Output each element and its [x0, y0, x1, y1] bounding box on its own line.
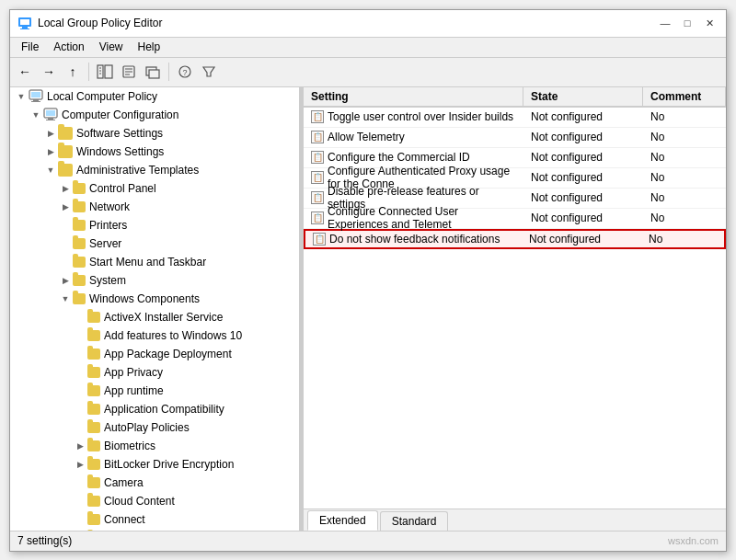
tree-item-camera[interactable]: ▶ Camera	[10, 474, 299, 492]
svg-rect-21	[31, 101, 40, 102]
column-header-setting[interactable]: Setting	[304, 87, 523, 106]
tab-standard[interactable]: Standard	[380, 511, 449, 531]
maximize-button[interactable]: □	[678, 14, 696, 32]
expand-icon-root[interactable]: ▼	[14, 89, 29, 104]
help-button[interactable]: ?	[174, 61, 196, 83]
tree-item-app-privacy[interactable]: ▶ App Privacy	[10, 363, 299, 382]
menu-action[interactable]: Action	[46, 39, 91, 55]
folder-icon-windows-components	[73, 293, 86, 304]
tree-label-system: System	[89, 274, 126, 287]
tree-item-root[interactable]: ▼ Local Computer Policy	[10, 87, 299, 106]
menu-file[interactable]: File	[14, 39, 46, 55]
tree-label-add-features: Add features to Windows 10	[104, 329, 242, 342]
list-row[interactable]: 📋 Toggle user control over Insider build…	[304, 108, 726, 128]
forward-button[interactable]: →	[38, 61, 60, 83]
state-cell-6: Not configured	[523, 210, 643, 226]
back-button[interactable]: ←	[14, 61, 36, 83]
filter-button[interactable]	[198, 61, 220, 83]
tree-label-app-compat: Application Compatibility	[104, 403, 224, 416]
expand-icon-software-settings[interactable]: ▶	[43, 126, 58, 141]
main-window: Local Group Policy Editor — □ ✕ File Act…	[9, 9, 727, 552]
svg-rect-25	[46, 120, 55, 120]
menu-bar: File Action View Help	[10, 38, 726, 58]
expand-icon-biometrics[interactable]: ▶	[73, 439, 87, 453]
tree-item-control-panel[interactable]: ▶ Control Panel	[10, 179, 299, 198]
folder-icon-server	[73, 238, 86, 249]
folder-icon-windows-settings	[58, 145, 73, 158]
tree-item-app-compat[interactable]: ▶ Application Compatibility	[10, 400, 299, 418]
comment-cell-5: No	[643, 189, 726, 206]
menu-view[interactable]: View	[92, 39, 131, 55]
expand-icon-control-panel[interactable]: ▶	[58, 181, 73, 196]
menu-help[interactable]: Help	[131, 39, 168, 55]
state-cell-1: Not configured	[523, 109, 643, 125]
tree-label-computer-config: Computer Configuration	[62, 109, 178, 121]
expand-icon-computer-config[interactable]: ▼	[29, 108, 43, 122]
list-row-highlighted[interactable]: 📋 Do not show feedback notifications Not…	[304, 229, 726, 249]
column-header-comment[interactable]: Comment	[643, 87, 726, 106]
state-cell-7: Not configured	[522, 231, 641, 247]
tree-item-system[interactable]: ▶ System	[10, 271, 299, 290]
tab-extended[interactable]: Extended	[307, 510, 378, 531]
tree-item-network[interactable]: ▶ Network	[10, 198, 299, 216]
svg-text:?: ?	[182, 68, 187, 77]
folder-icon-add-features	[87, 330, 100, 341]
folder-icon-cloud-content	[87, 496, 100, 507]
expand-icon-admin-templates[interactable]: ▼	[43, 163, 58, 177]
tree-item-windows-settings[interactable]: ▶ Windows Settings	[10, 143, 299, 161]
setting-label-1: Toggle user control over Insider builds	[328, 110, 513, 123]
tree-item-software-settings[interactable]: ▶ Software Settings	[10, 124, 299, 143]
setting-cell-7: 📋 Do not show feedback notifications	[305, 231, 522, 247]
tree-item-add-features[interactable]: ▶ Add features to Windows 10	[10, 326, 299, 345]
tree-item-app-package[interactable]: ▶ App Package Deployment	[10, 345, 299, 363]
svg-marker-17	[203, 67, 214, 76]
folder-icon-start-menu	[73, 257, 86, 268]
column-header-state[interactable]: State	[523, 87, 643, 106]
tree-label-camera: Camera	[104, 476, 144, 489]
list-row[interactable]: 📋 Configure Connected User Experiences a…	[304, 209, 726, 229]
list-view[interactable]: Setting State Comment 📋 Toggle user cont…	[304, 87, 726, 509]
tree-item-connect[interactable]: ▶ Connect	[10, 510, 299, 529]
state-cell-4: Not configured	[523, 169, 643, 186]
tree-label-windows-settings: Windows Settings	[76, 145, 164, 158]
watermark: wsxdn.com	[668, 535, 719, 546]
tree-item-server[interactable]: ▶ Server	[10, 234, 299, 253]
tree-label-biometrics: Biometrics	[104, 440, 155, 452]
tree-item-autoplay[interactable]: ▶ AutoPlay Policies	[10, 418, 299, 437]
expand-icon-bitlocker[interactable]: ▶	[73, 457, 87, 472]
tree-label-bitlocker: BitLocker Drive Encryption	[104, 458, 234, 471]
tree-item-printers[interactable]: ▶ Printers	[10, 216, 299, 234]
tree-label-admin-templates: Administrative Templates	[76, 164, 199, 177]
svg-rect-4	[98, 65, 103, 78]
tree-item-computer-config[interactable]: ▼ Computer Configuration	[10, 106, 299, 124]
comment-cell-7: No	[641, 231, 724, 247]
folder-icon-app-compat	[87, 404, 100, 415]
tree-item-windows-components[interactable]: ▼ Windows Components	[10, 290, 299, 308]
expand-icon-network[interactable]: ▶	[58, 200, 73, 214]
show-hide-tree-button[interactable]	[94, 61, 116, 83]
comment-cell-2: No	[643, 129, 726, 145]
tree-item-start-menu[interactable]: ▶ Start Menu and Taskbar	[10, 253, 299, 271]
properties-button[interactable]	[118, 61, 140, 83]
svg-rect-14	[149, 70, 159, 78]
policy-icon-4: 📋	[311, 171, 324, 184]
list-row[interactable]: 📋 Allow Telemetry Not configured No	[304, 128, 726, 148]
tree-item-admin-templates[interactable]: ▼ Administrative Templates	[10, 161, 299, 179]
close-button[interactable]: ✕	[700, 14, 719, 32]
tree-item-cloud-content[interactable]: ▶ Cloud Content	[10, 492, 299, 510]
expand-icon-system[interactable]: ▶	[58, 273, 73, 288]
toolbar-separator-1	[88, 63, 89, 81]
expand-icon-windows-components[interactable]: ▼	[58, 291, 73, 306]
tree-item-activex[interactable]: ▶ ActiveX Installer Service	[10, 308, 299, 326]
expand-icon-windows-settings[interactable]: ▶	[43, 144, 58, 159]
folder-icon-autoplay	[87, 422, 100, 433]
tree-label-start-menu: Start Menu and Taskbar	[89, 256, 206, 269]
tree-scroll[interactable]: ▼ Local Computer Policy ▼	[10, 87, 299, 531]
tree-item-app-runtime[interactable]: ▶ App runtime	[10, 382, 299, 400]
tree-item-biometrics[interactable]: ▶ Biometrics	[10, 437, 299, 455]
new-window-button[interactable]	[142, 61, 164, 83]
folder-icon-system	[73, 275, 86, 286]
minimize-button[interactable]: —	[656, 14, 674, 32]
up-button[interactable]: ↑	[62, 61, 84, 83]
tree-item-bitlocker[interactable]: ▶ BitLocker Drive Encryption	[10, 455, 299, 474]
